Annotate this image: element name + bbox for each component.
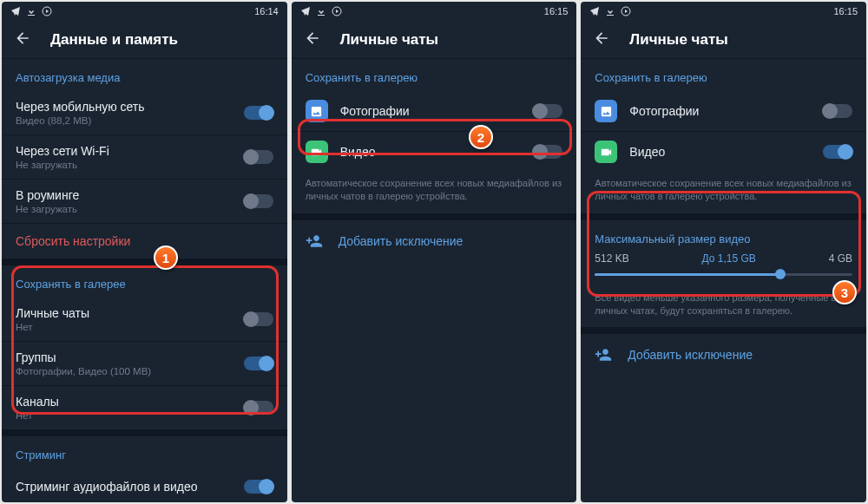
private-toggle[interactable]	[244, 312, 273, 326]
groups-label: Группы	[16, 350, 244, 364]
add-person-icon	[306, 232, 323, 250]
content: Автозагрузка медиа Через мобильную сеть …	[2, 59, 287, 502]
video-toggle[interactable]	[533, 145, 562, 159]
roaming-sub: Не загружать	[16, 204, 244, 214]
row-channels[interactable]: Каналы Нет	[2, 386, 287, 429]
size-slider[interactable]	[595, 273, 852, 276]
telegram-icon	[10, 6, 21, 16]
slider-section: 512 KB До 1,15 GB 4 GB	[581, 252, 866, 286]
size-desc: Все видео меньше указанного размера, пол…	[581, 286, 866, 328]
row-streaming[interactable]: Стриминг аудиофайлов и видео	[2, 468, 287, 502]
slider-thumb[interactable]	[775, 269, 786, 279]
channels-sub: Нет	[16, 410, 244, 421]
row-photos[interactable]: Фотографии	[292, 91, 577, 131]
photo-icon	[595, 100, 617, 122]
groups-sub: Фотографии, Видео (100 MB)	[16, 366, 244, 376]
photos-label: Фотографии	[340, 104, 534, 118]
mobile-toggle[interactable]	[244, 106, 273, 120]
video-icon	[595, 141, 617, 163]
back-button[interactable]	[14, 29, 31, 50]
reset-settings[interactable]: Сбросить настройки	[2, 224, 287, 259]
status-bar: 16:15	[581, 2, 866, 21]
slider-fill	[595, 273, 780, 276]
add-person-icon	[595, 346, 612, 363]
status-time: 16:14	[254, 6, 279, 16]
photos-toggle[interactable]	[533, 104, 562, 118]
header: Данные и память	[2, 21, 287, 59]
status-bar: 16:14	[2, 2, 287, 21]
roaming-toggle[interactable]	[244, 194, 273, 208]
wifi-label: Через сети Wi-Fi	[16, 144, 244, 158]
play-icon	[621, 6, 631, 16]
groups-toggle[interactable]	[244, 357, 273, 370]
video-icon	[306, 141, 328, 163]
add-exception[interactable]: Добавить исключение	[581, 334, 866, 376]
download-icon	[26, 6, 36, 16]
add-exception-label: Добавить исключение	[628, 348, 753, 362]
download-icon	[605, 6, 615, 16]
page-title: Данные и память	[50, 31, 178, 49]
streaming-label: Стриминг аудиофайлов и видео	[16, 480, 244, 494]
row-mobile[interactable]: Через мобильную сеть Видео (88,2 MB)	[2, 91, 287, 134]
video-toggle[interactable]	[823, 145, 852, 159]
row-groups[interactable]: Группы Фотографии, Видео (100 MB)	[2, 342, 287, 385]
content: Сохранить в галерею Фотографии Видео Авт…	[581, 59, 866, 502]
play-icon	[42, 6, 52, 16]
badge-2: 2	[469, 125, 493, 149]
wifi-sub: Не загружать	[16, 160, 244, 170]
photos-label: Фотографии	[629, 104, 823, 118]
row-wifi[interactable]: Через сети Wi-Fi Не загружать	[2, 135, 287, 179]
download-icon	[316, 6, 326, 16]
play-icon	[332, 6, 342, 16]
video-label: Видео	[340, 145, 534, 159]
roaming-label: В роуминге	[16, 188, 244, 202]
private-sub: Нет	[16, 322, 244, 332]
content: Сохранить в галерею Фотографии Видео Авт…	[292, 59, 577, 502]
badge-3: 3	[832, 280, 857, 304]
section-max-size: Максимальный размер видео	[581, 220, 866, 252]
gallery-desc: Автоматическое сохранение всех новых мед…	[581, 172, 866, 213]
mobile-sub: Видео (88,2 MB)	[16, 115, 244, 126]
row-video[interactable]: Видео	[581, 132, 866, 172]
badge-1: 1	[154, 245, 178, 270]
status-icons-left	[10, 6, 52, 16]
row-video[interactable]: Видео	[292, 132, 577, 172]
section-streaming: Стриминг	[2, 436, 287, 468]
wifi-toggle[interactable]	[244, 150, 273, 164]
section-save-gallery: Сохранять в галерее	[2, 265, 287, 298]
streaming-toggle[interactable]	[244, 480, 273, 494]
status-time: 16:15	[833, 6, 858, 16]
back-button[interactable]	[304, 29, 321, 50]
size-max: 4 GB	[829, 252, 852, 265]
add-exception[interactable]: Добавить исключение	[292, 220, 577, 262]
status-icons-left	[589, 6, 631, 16]
telegram-icon	[300, 6, 311, 16]
status-time: 16:15	[544, 6, 569, 16]
telegram-icon	[589, 6, 600, 16]
channels-label: Каналы	[16, 395, 244, 409]
status-icons-left	[300, 6, 342, 16]
size-min: 512 KB	[595, 252, 628, 265]
section-save-gallery: Сохранить в галерею	[292, 59, 577, 91]
screen-private-chats-1: 16:15 Личные чаты Сохранить в галерею Фо…	[292, 2, 577, 502]
screen-private-chats-2: 16:15 Личные чаты Сохранить в галерею Фо…	[581, 2, 866, 502]
header: Личные чаты	[292, 21, 577, 59]
channels-toggle[interactable]	[244, 401, 273, 415]
back-button[interactable]	[593, 29, 610, 50]
photo-icon	[306, 100, 328, 122]
row-private-chats[interactable]: Личные чаты Нет	[2, 298, 287, 341]
row-roaming[interactable]: В роуминге Не загружать	[2, 180, 287, 223]
section-autoload: Автозагрузка медиа	[2, 59, 287, 91]
add-exception-label: Добавить исключение	[339, 234, 464, 248]
video-label: Видео	[629, 145, 823, 159]
page-title: Личные чаты	[629, 31, 727, 49]
status-bar: 16:15	[292, 2, 577, 21]
size-mid: До 1,15 GB	[702, 252, 756, 265]
private-label: Личные чаты	[16, 306, 244, 320]
section-save-gallery: Сохранить в галерею	[581, 59, 866, 91]
gallery-desc: Автоматическое сохранение всех новых мед…	[292, 172, 577, 213]
mobile-label: Через мобильную сеть	[16, 100, 244, 114]
row-photos[interactable]: Фотографии	[581, 91, 866, 131]
screen-data-storage: 16:14 Данные и память Автозагрузка медиа…	[2, 2, 287, 502]
photos-toggle[interactable]	[823, 104, 852, 118]
